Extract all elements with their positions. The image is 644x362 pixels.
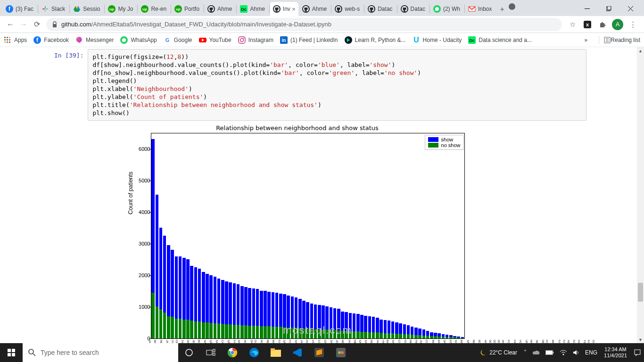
browser-tab[interactable]: (2) Wh — [430, 2, 463, 16]
browser-tab[interactable]: Datac — [365, 2, 395, 16]
svg-rect-59 — [8, 353, 11, 356]
bar — [461, 133, 464, 338]
bar — [445, 133, 449, 338]
weather-widget[interactable]: 22°C Clear — [475, 348, 521, 357]
bookmark-item[interactable]: fFacebook — [33, 36, 69, 44]
bookmark-item[interactable]: in(1) Feed | LinkedIn — [280, 36, 338, 44]
taskbar-app-vscode[interactable] — [287, 343, 308, 362]
scrollbar-thumb[interactable] — [638, 283, 643, 302]
tab-favicon — [302, 5, 310, 13]
bookmark-favicon — [4, 36, 11, 44]
bar — [314, 133, 317, 338]
taskbar-app-edge[interactable] — [243, 343, 265, 362]
tray-wifi-icon[interactable] — [557, 350, 570, 355]
back-button[interactable]: ← — [4, 18, 17, 31]
start-button[interactable] — [0, 343, 23, 362]
browser-tab[interactable]: DcAhme — [237, 2, 267, 16]
browser-tab[interactable]: upRe-en — [138, 2, 169, 16]
lock-icon — [52, 21, 58, 28]
scroll-down-arrow[interactable]: ▼ — [637, 336, 644, 343]
cortana-icon[interactable] — [178, 343, 200, 362]
maximize-button[interactable] — [598, 1, 619, 16]
tray-clock[interactable]: 12:34 AM 11/4/2021 — [600, 346, 631, 359]
browser-tab[interactable]: Sessio — [70, 2, 103, 16]
svg-rect-35 — [7, 41, 8, 43]
browser-tab[interactable]: f(3) Fac — [3, 2, 36, 16]
tab-label: My Jo — [118, 6, 133, 12]
vertical-scrollbar[interactable]: ▲ ▼ — [637, 47, 644, 343]
tray-overflow-icon[interactable]: ˄ — [521, 349, 529, 356]
browser-tab[interactable]: Datac — [398, 2, 428, 16]
bookmark-item[interactable]: Messenger — [75, 36, 114, 44]
taskbar-app-chrome[interactable] — [222, 343, 243, 362]
chart-xlabels: JARMARRESJARITACENTABSANJESBONSANSÃOSANC… — [151, 339, 464, 343]
reload-button[interactable]: ⟳ — [30, 18, 43, 31]
browser-tab[interactable]: Inbox — [465, 2, 495, 16]
bar — [391, 133, 395, 338]
close-window-button[interactable] — [619, 1, 641, 16]
task-view-icon[interactable] — [200, 343, 222, 362]
browser-tab[interactable]: Inv× — [270, 2, 298, 16]
bookmarks-overflow[interactable]: » — [585, 37, 588, 43]
bookmark-label: Google — [174, 37, 192, 43]
tab-favicon — [401, 5, 408, 13]
browser-tab[interactable]: upPortfo — [172, 2, 202, 16]
tray-notifications-icon[interactable] — [631, 349, 644, 356]
taskbar-app-explorer[interactable] — [265, 343, 287, 362]
svg-rect-4 — [45, 6, 46, 8]
bar — [224, 133, 228, 338]
bookmark-item[interactable]: Apps — [4, 36, 27, 44]
bar — [174, 133, 178, 338]
tray-battery-icon[interactable] — [543, 350, 557, 355]
browser-tab[interactable]: Ahme — [299, 2, 330, 16]
bookmark-item[interactable]: DcData science and a... — [468, 36, 532, 44]
url-input[interactable]: github.com/AhmedEltaba5/Investigat_Datas… — [46, 18, 562, 31]
tray-language[interactable]: ENG — [582, 349, 600, 356]
new-tab-button[interactable]: + — [495, 3, 509, 16]
tab-favicon: up — [141, 5, 149, 13]
extension-x-icon[interactable]: x — [580, 18, 595, 31]
bookmark-label: Data science and a... — [479, 37, 532, 43]
code-input-area[interactable]: plt.figure(figsize=(12,8)) df[show].neig… — [88, 49, 586, 121]
bar — [194, 133, 198, 338]
tray-onedrive-icon[interactable] — [529, 350, 543, 355]
taskbar-search[interactable]: Type here to search — [23, 343, 178, 362]
browser-tab[interactable]: web-s — [332, 2, 363, 16]
scroll-up-arrow[interactable]: ▲ — [637, 47, 644, 54]
taskbar-app-other[interactable] — [330, 343, 352, 362]
bookmark-item[interactable]: Instagram — [238, 36, 273, 44]
bookmark-item[interactable]: UHome - Udacity — [413, 36, 462, 44]
browser-tab[interactable]: Ahme — [205, 2, 235, 16]
account-indicator-icon[interactable] — [509, 3, 515, 10]
browser-tab[interactable]: Slack — [39, 2, 68, 16]
taskbar-app-sublime[interactable] — [308, 343, 330, 362]
svg-rect-2 — [42, 8, 45, 9]
extensions-puzzle-icon[interactable] — [595, 18, 610, 31]
svg-rect-5 — [45, 9, 46, 12]
bar — [275, 133, 279, 338]
bookmark-item[interactable]: Learn R, Python &... — [345, 36, 406, 44]
bar — [151, 133, 155, 338]
bar — [441, 133, 445, 338]
tab-favicon — [335, 5, 342, 13]
bar — [356, 133, 360, 338]
bar — [287, 133, 290, 338]
bookmark-item[interactable]: WhatsApp — [120, 36, 157, 44]
browser-tab[interactable]: upMy Jo — [105, 2, 136, 16]
tray-volume-icon[interactable] — [570, 349, 582, 356]
reading-list-button[interactable]: Reading list — [604, 37, 640, 43]
forward-button[interactable]: → — [17, 18, 30, 31]
profile-avatar[interactable]: A — [610, 18, 625, 31]
bar — [244, 133, 248, 338]
bar — [163, 133, 166, 338]
bookmark-item[interactable]: GGoogle — [164, 36, 192, 44]
minimize-button[interactable] — [576, 1, 598, 16]
bookmark-item[interactable]: YouTube — [199, 36, 231, 44]
star-bookmark-button[interactable]: ☆ — [565, 18, 580, 31]
tab-favicon — [468, 5, 476, 13]
svg-rect-79 — [553, 352, 553, 354]
bar — [340, 133, 344, 338]
close-tab-icon[interactable]: × — [292, 6, 296, 13]
chrome-menu-button[interactable]: ⋮ — [625, 18, 640, 31]
bar — [429, 133, 433, 338]
